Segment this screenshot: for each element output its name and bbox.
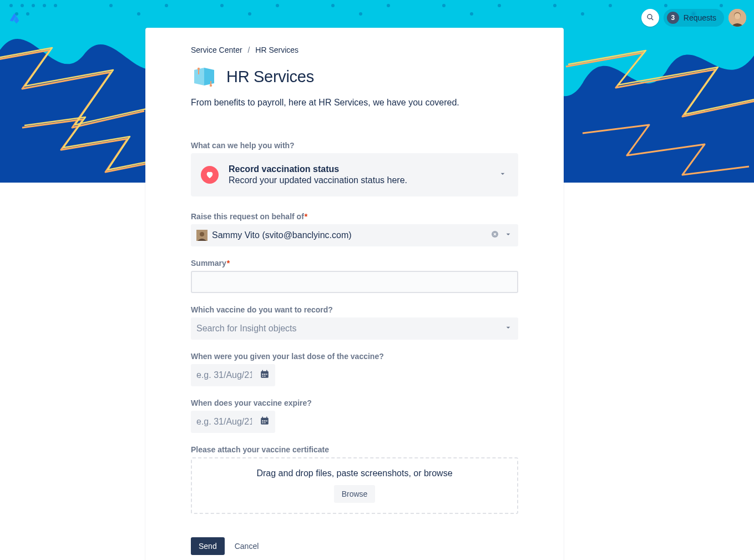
behalf-select[interactable]: Sammy Vito (svito@banclyinc.com): [191, 224, 518, 246]
svg-rect-42: [262, 370, 264, 372]
expire-date[interactable]: [191, 411, 275, 433]
behalf-value: Sammy Vito (svito@banclyinc.com): [212, 230, 486, 240]
breadcrumb-root[interactable]: Service Center: [191, 46, 242, 54]
hr-services-icon: [191, 63, 217, 90]
breadcrumb-current: HR Services: [255, 46, 298, 54]
search-icon: [646, 13, 655, 23]
help-label: What can we help you with?: [191, 141, 518, 150]
heart-icon: [201, 166, 219, 184]
summary-label: Summary*: [191, 259, 518, 268]
svg-rect-51: [266, 417, 267, 419]
svg-rect-53: [264, 420, 265, 421]
logo-icon: [8, 11, 21, 24]
chevron-down-icon: [504, 323, 513, 334]
svg-rect-46: [266, 374, 267, 375]
svg-point-26: [647, 14, 652, 19]
summary-input[interactable]: [191, 271, 518, 293]
last-dose-date[interactable]: [191, 364, 275, 386]
vaccine-select[interactable]: Search for Insight objects: [191, 317, 518, 340]
avatar[interactable]: [728, 9, 746, 27]
expire-label: When does your vaccine expire?: [191, 398, 518, 407]
requests-label: Requests: [684, 13, 716, 22]
last-dose-input[interactable]: [196, 370, 252, 380]
calendar-icon[interactable]: [260, 416, 270, 428]
search-button[interactable]: [641, 9, 659, 27]
dropzone-text: Drag and drop files, paste screenshots, …: [202, 468, 507, 478]
breadcrumb: Service Center / HR Services: [191, 46, 518, 54]
request-type-title: Record vaccination status: [229, 164, 488, 174]
page-description: From benefits to payroll, here at HR Ser…: [191, 98, 518, 108]
cancel-button[interactable]: Cancel: [235, 542, 259, 551]
request-type-selector[interactable]: Record vaccination status Record your up…: [191, 153, 518, 196]
main-card: Service Center / HR Services HR Services…: [145, 28, 564, 560]
svg-rect-54: [266, 420, 267, 421]
expire-input[interactable]: [196, 417, 252, 427]
svg-rect-52: [262, 420, 264, 421]
svg-rect-56: [264, 422, 265, 423]
svg-rect-45: [264, 374, 265, 375]
calendar-icon[interactable]: [260, 369, 270, 381]
send-button[interactable]: Send: [191, 537, 225, 555]
svg-point-30: [735, 13, 741, 19]
clear-icon[interactable]: [490, 230, 499, 241]
svg-rect-44: [262, 374, 264, 375]
vaccine-placeholder: Search for Insight objects: [196, 324, 499, 334]
svg-rect-36: [210, 81, 211, 85]
behalf-label: Raise this request on behalf of*: [191, 212, 518, 221]
svg-rect-43: [266, 370, 267, 372]
svg-point-38: [200, 232, 204, 236]
svg-rect-47: [262, 376, 264, 377]
requests-count-badge: 3: [667, 12, 679, 24]
svg-line-27: [651, 18, 653, 20]
vaccine-label: Which vaccine do you want to record?: [191, 305, 518, 314]
requests-button[interactable]: 3 Requests: [664, 9, 724, 27]
browse-button[interactable]: Browse: [334, 485, 376, 503]
svg-rect-50: [262, 417, 264, 419]
user-avatar-icon: [196, 230, 208, 241]
svg-point-33: [198, 68, 200, 70]
attachment-dropzone[interactable]: Drag and drop files, paste screenshots, …: [191, 457, 518, 514]
svg-marker-32: [204, 68, 214, 85]
topbar: 3 Requests: [0, 4, 754, 31]
page-title: HR Services: [226, 68, 314, 86]
chevron-down-icon: [504, 230, 513, 241]
last-dose-label: When were you given your last dose of th…: [191, 352, 518, 361]
chevron-down-icon: [498, 169, 507, 180]
breadcrumb-separator: /: [247, 46, 250, 54]
request-type-description: Record your updated vaccination status h…: [229, 175, 488, 185]
svg-rect-34: [198, 70, 199, 74]
svg-rect-55: [262, 422, 264, 423]
attach-label: Please attach your vaccine certificate: [191, 445, 518, 454]
svg-rect-48: [264, 376, 265, 377]
